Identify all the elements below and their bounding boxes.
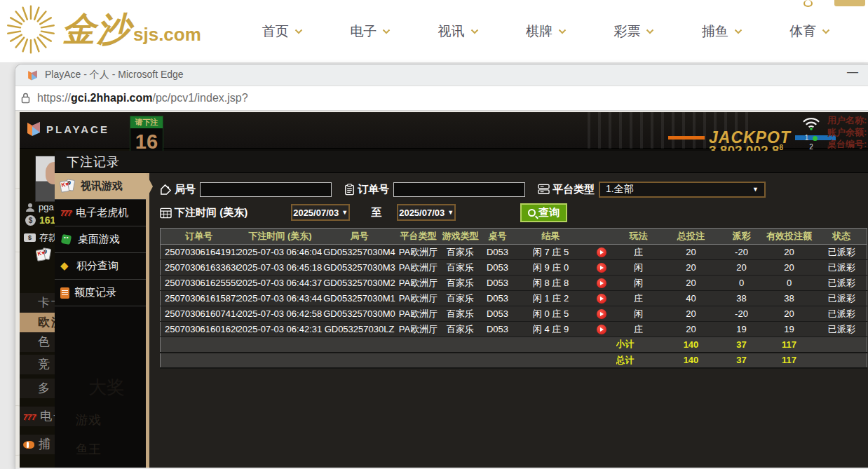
date-to-button[interactable]: 2025/07/03▼ — [397, 204, 456, 221]
tag-icon — [160, 184, 172, 196]
grand-total-label: 总计 — [616, 353, 661, 368]
payout-cell: 19 — [721, 322, 762, 337]
table-row: 2507030616074142025-07-03 06:42:58GD0532… — [161, 306, 867, 322]
menu-item-points-query[interactable]: 积分查询 — [55, 253, 146, 280]
status-badge: 已派彩 — [817, 306, 867, 322]
nav-item-home[interactable]: 首页 — [262, 22, 303, 41]
menu-item-quota-records[interactable]: 额度记录 — [55, 280, 146, 306]
col-platform: 平台类型 — [396, 229, 441, 245]
slot-777-icon: 777 — [23, 407, 36, 426]
table-row: 2507030616336362025-07-03 06:45:18GD0532… — [161, 260, 867, 276]
modal-menu: 9K♥ 视讯游戏 777 电子老虎机 桌面游戏 — [55, 173, 146, 468]
date-to-label: 至 — [371, 206, 381, 219]
site-logo-domain: sjs.com — [133, 24, 201, 46]
platform-type-select[interactable]: 1.全部 ▼ — [599, 182, 766, 198]
person-icon — [25, 203, 35, 212]
browser-urlbar[interactable]: https://gci.2hhapi.com/pc/pcv1/index.jsp… — [15, 86, 868, 111]
caret-down-icon: ▼ — [447, 209, 454, 216]
round-no-input[interactable] — [200, 182, 332, 197]
modal-main: 局号 订单号 — [149, 173, 868, 468]
replay-icon[interactable] — [597, 247, 606, 257]
nav-item-slots[interactable]: 电子 — [350, 22, 391, 41]
partial-gold-ring-icon — [803, 0, 813, 7]
menu-item-slots[interactable]: 777 电子老虎机 — [55, 200, 146, 226]
menu-item-table-games[interactable]: 桌面游戏 — [55, 226, 146, 253]
nav-item-lottery[interactable]: 彩票 — [613, 22, 654, 41]
platform-list-icon — [538, 184, 550, 195]
deposit-icon: $ — [24, 233, 36, 242]
url-text[interactable]: https://gci.2hhapi.com/pc/pcv1/index.jsp… — [37, 92, 248, 104]
bet-countdown: 请下注 16 — [130, 116, 163, 156]
col-time: 下注时间 (美东) — [238, 229, 323, 245]
net-line-1: 1 — [799, 133, 823, 142]
site-logo: 金沙 sjs.com — [4, 3, 201, 56]
modal-body: 9K♥ 视讯游戏 777 电子老虎机 桌面游戏 — [55, 173, 868, 468]
bet-records-modal: 下注记录 9K♥ 视讯游戏 777 电子老虎机 — [55, 151, 868, 468]
balance-value: 161 — [39, 215, 55, 226]
document-icon — [60, 287, 69, 299]
site-nav-menu: 首页 电子 视讯 棋牌 彩票 捕鱼 体育 — [238, 0, 854, 63]
slot-777-icon: 777 — [60, 209, 71, 217]
fish-icon — [23, 441, 34, 449]
order-no-label: 订单号 — [358, 183, 389, 196]
subtotal-row: 小计 140 37 117 — [161, 337, 867, 353]
status-badge: 已派彩 — [817, 291, 867, 306]
ghost-text-2: 鱼王 — [76, 441, 101, 458]
nav-item-sports[interactable]: 体育 — [789, 22, 830, 41]
balance-row: $ 161 — [25, 215, 55, 226]
account-name-label: 用户名称: — [827, 114, 868, 126]
replay-icon[interactable] — [597, 263, 606, 273]
diamond-icon — [60, 261, 72, 271]
date-from-button[interactable]: 2025/07/03▼ — [291, 204, 350, 221]
table-row: 2507030616158722025-07-03 06:43:44GD0532… — [161, 291, 867, 306]
col-status: 状态 — [817, 229, 867, 245]
cards-icon: 9K♥ — [60, 179, 76, 193]
sunburst-logo-icon — [4, 3, 57, 56]
minimize-button[interactable]: — — [844, 66, 861, 79]
site-logo-text: 金沙 — [62, 7, 132, 52]
countdown-label: 请下注 — [130, 116, 163, 128]
chevron-down-icon — [470, 29, 479, 34]
replay-icon[interactable] — [597, 309, 606, 319]
bet-records-table: 订单号 下注时间 (美东) 局号 平台类型 游戏类型 桌号 结果 玩法 总 — [160, 228, 867, 369]
account-table-label: 桌台编号: — [827, 138, 868, 150]
calendar-icon — [160, 207, 172, 219]
chevron-down-icon — [822, 29, 830, 34]
partial-gold-text — [834, 0, 865, 6]
nav-item-fishing[interactable]: 捕鱼 — [702, 22, 742, 41]
caret-down-icon: ▼ — [341, 209, 348, 216]
menu-item-video-games[interactable]: 9K♥ 视讯游戏 — [55, 173, 146, 200]
username: pga — [39, 202, 54, 212]
replay-icon[interactable] — [597, 294, 606, 304]
subtotal-label: 小计 — [616, 337, 661, 353]
search-icon — [528, 209, 536, 217]
modal-title: 下注记录 — [55, 151, 868, 173]
platform-type-value: 1.全部 — [606, 183, 634, 196]
nav-item-cards[interactable]: 棋牌 — [526, 22, 567, 41]
ghost-text-1: 游戏 — [76, 412, 101, 428]
chevron-down-icon — [646, 29, 654, 34]
deposit-row[interactable]: $ 存款 — [24, 231, 57, 244]
payout-cell: -20 — [721, 245, 762, 260]
order-no-input[interactable] — [393, 182, 525, 197]
chevron-down-icon — [382, 29, 391, 34]
browser-titlebar: PlayAce - 个人 - Microsoft Edge — — [15, 64, 868, 86]
col-valid: 有效投注额 — [762, 229, 817, 245]
window-title: PlayAce - 个人 - Microsoft Edge — [45, 69, 184, 81]
network-status: 1 2 — [799, 116, 823, 151]
chevron-down-icon — [558, 29, 567, 34]
browser-window: PlayAce - 个人 - Microsoft Edge — https://… — [15, 64, 868, 469]
col-total: 总投注 — [661, 229, 721, 245]
dice-icon — [60, 233, 73, 246]
playace-app-icon — [27, 69, 39, 81]
search-button[interactable]: 查询 — [520, 203, 567, 222]
replay-icon[interactable] — [597, 278, 606, 288]
game-brand-text: PLAYACE — [46, 123, 109, 135]
nav-item-live[interactable]: 视讯 — [438, 22, 479, 41]
status-badge: 已派彩 — [817, 260, 867, 276]
account-balance-label: 账户余额: — [827, 126, 868, 138]
chevron-down-icon — [294, 29, 303, 34]
replay-icon[interactable] — [597, 325, 606, 334]
site-header: 金沙 sjs.com 首页 电子 视讯 棋牌 彩票 捕鱼 体育 — [0, 0, 868, 63]
jackpot-orange-bar — [668, 136, 705, 140]
